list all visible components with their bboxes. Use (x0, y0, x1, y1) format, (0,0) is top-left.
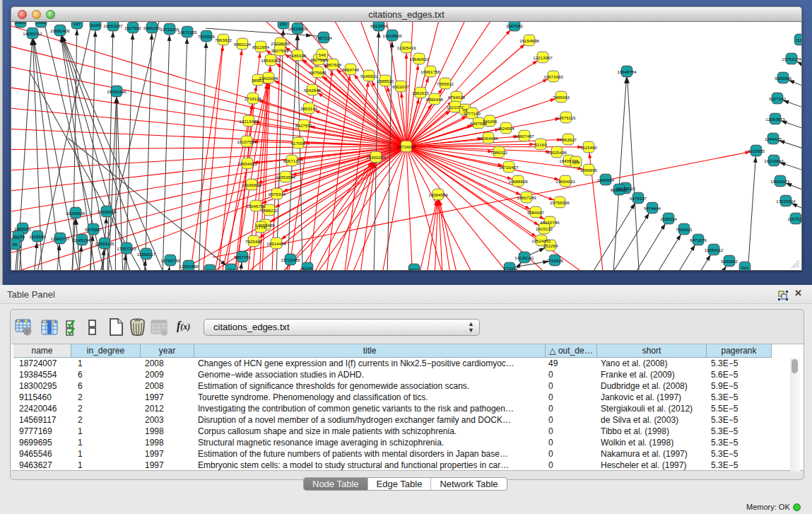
svg-text:9242848: 9242848 (304, 88, 322, 93)
svg-text:9115460: 9115460 (580, 145, 597, 150)
svg-text:10653287: 10653287 (103, 23, 123, 28)
svg-text:10719155: 10719155 (160, 27, 180, 32)
svg-text:9912: 9912 (409, 267, 419, 270)
svg-text:17359924: 17359924 (97, 209, 117, 214)
svg-text:5875685: 5875685 (310, 70, 327, 75)
svg-text:6466160: 6466160 (143, 25, 161, 30)
svg-text:12213389: 12213389 (239, 119, 259, 124)
svg-text:10654112: 10654112 (704, 247, 724, 252)
svg-text:9827503: 9827503 (271, 48, 289, 53)
svg-text:12942737: 12942737 (50, 236, 70, 241)
svg-text:2867608: 2867608 (324, 62, 342, 67)
svg-text:214: 214 (228, 267, 235, 270)
svg-text:62160: 62160 (534, 142, 547, 147)
svg-text:604: 604 (572, 160, 580, 165)
svg-text:7515526: 7515526 (198, 34, 216, 39)
svg-text:7955812: 7955812 (437, 81, 454, 86)
svg-text:1244415: 1244415 (765, 136, 782, 141)
svg-text:1145194: 1145194 (73, 238, 90, 243)
svg-text:8813054: 8813054 (370, 23, 388, 28)
svg-text:19524851: 19524851 (531, 238, 551, 243)
svg-text:1506: 1506 (36, 22, 46, 25)
svg-text:16120746: 16120746 (540, 220, 560, 225)
svg-text:8427552: 8427552 (295, 123, 313, 128)
svg-text:8215955: 8215955 (748, 148, 765, 153)
svg-text:6479197: 6479197 (630, 196, 647, 201)
svg-text:11325419: 11325419 (396, 45, 416, 50)
svg-text:12503135: 12503135 (95, 241, 114, 246)
svg-text:1774: 1774 (256, 225, 266, 230)
svg-text:10807487: 10807487 (514, 134, 534, 139)
svg-text:9474444: 9474444 (644, 206, 661, 211)
svg-text:19654913: 19654913 (237, 161, 257, 166)
svg-text:17334: 17334 (503, 266, 516, 270)
svg-text:2935114: 2935114 (660, 216, 677, 221)
svg-text:98: 98 (13, 242, 18, 247)
svg-text:20206536: 20206536 (66, 211, 86, 216)
svg-text:20756928: 20756928 (550, 200, 570, 205)
svg-text:8990448: 8990448 (426, 97, 444, 102)
svg-text:1588520: 1588520 (377, 78, 394, 83)
svg-text:7625402: 7625402 (245, 239, 263, 244)
svg-text:1621072: 1621072 (447, 105, 464, 110)
svg-text:12975115: 12975115 (556, 115, 576, 120)
svg-text:20691406: 20691406 (50, 28, 70, 33)
svg-text:7357224: 7357224 (315, 35, 333, 40)
svg-text:15751074: 15751074 (782, 57, 801, 62)
svg-text:8471676: 8471676 (690, 238, 707, 243)
svg-text:25300295: 25300295 (366, 155, 386, 160)
svg-text:16914479: 16914479 (266, 241, 286, 246)
svg-text:3624554: 3624554 (498, 126, 515, 131)
svg-text:18807249: 18807249 (517, 195, 536, 200)
svg-text:6498222: 6498222 (261, 208, 278, 213)
svg-text:8678334: 8678334 (269, 192, 286, 197)
svg-text:16154838: 16154838 (519, 38, 539, 43)
svg-text:16961758: 16961758 (420, 69, 440, 74)
svg-text:12353594: 12353594 (276, 175, 295, 180)
svg-text:8322037: 8322037 (392, 84, 410, 89)
svg-text:1455061: 1455061 (14, 226, 32, 231)
svg-text:1362615: 1362615 (412, 90, 430, 95)
svg-text:39159: 39159 (12, 234, 25, 239)
svg-text:10025438: 10025438 (547, 150, 567, 155)
svg-text:107: 107 (73, 22, 81, 26)
svg-text:15640910: 15640910 (409, 57, 429, 62)
svg-text:9827508: 9827508 (310, 57, 328, 62)
svg-text:14055712: 14055712 (23, 31, 42, 36)
svg-text:7485063: 7485063 (553, 95, 570, 100)
svg-text:19218506: 19218506 (382, 33, 402, 38)
svg-text:2803144: 2803144 (300, 106, 318, 111)
svg-text:6794028: 6794028 (448, 95, 466, 100)
svg-text:7663822: 7663822 (215, 37, 233, 42)
svg-text:6216: 6216 (302, 266, 312, 270)
svg-text:9169: 9169 (90, 23, 100, 28)
svg-text:8909: 8909 (16, 22, 25, 25)
svg-text:9777169: 9777169 (464, 111, 481, 116)
svg-text:7632621: 7632621 (676, 227, 693, 232)
svg-text:11958117: 11958117 (137, 252, 156, 257)
svg-text:924: 924 (741, 265, 749, 270)
svg-text:26053346: 26053346 (107, 89, 126, 94)
svg-text:1640954: 1640954 (597, 177, 615, 182)
svg-text:9657791: 9657791 (234, 255, 252, 259)
svg-text:6497568: 6497568 (470, 121, 488, 126)
svg-text:9146821: 9146821 (360, 74, 378, 78)
svg-text:7386322: 7386322 (490, 150, 508, 155)
svg-text:17016504: 17016504 (776, 199, 796, 204)
svg-text:98901: 98901 (252, 78, 264, 83)
svg-text:617006: 617006 (291, 141, 306, 146)
svg-text:17957223: 17957223 (117, 246, 136, 251)
svg-text:1112: 1112 (796, 37, 801, 42)
svg-text:8938923: 8938923 (611, 187, 628, 192)
svg-text:9329966: 9329966 (775, 76, 792, 81)
svg-text:2087682: 2087682 (506, 23, 524, 28)
svg-text:14136141: 14136141 (514, 255, 534, 260)
svg-text:19166829: 19166829 (242, 182, 261, 187)
svg-text:20364436: 20364436 (478, 136, 498, 141)
svg-text:10688609: 10688609 (508, 179, 528, 184)
svg-text:9227342: 9227342 (769, 96, 787, 101)
svg-text:8186328: 8186328 (289, 53, 307, 58)
svg-text:8267130: 8267130 (283, 158, 301, 163)
svg-text:1733426: 1733426 (546, 258, 564, 263)
svg-text:16033809: 16033809 (288, 26, 307, 31)
